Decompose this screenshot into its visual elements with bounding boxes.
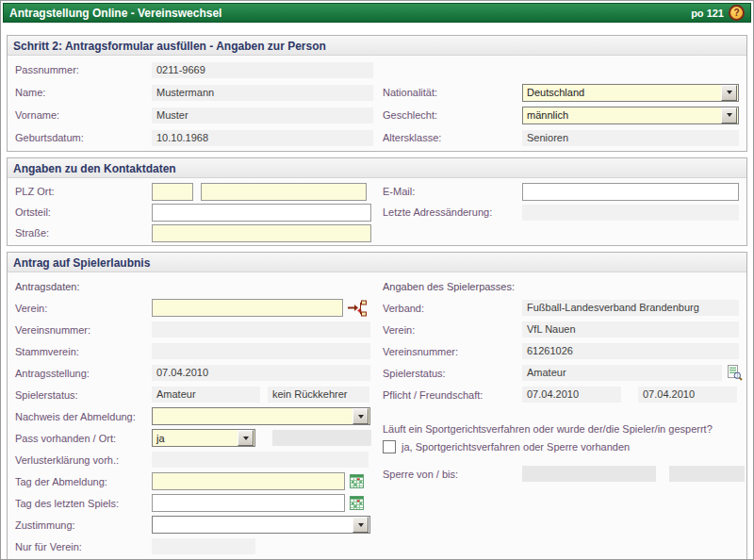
field-stammverein: Stammverein:: [9, 340, 377, 362]
spacer: [377, 405, 745, 422]
field-sperre: Sperre von / bis:: [377, 463, 745, 485]
field-email: E-Mail:: [377, 181, 745, 202]
person-left-column: Passnummer: 0211-9669 Name: Mustermann V…: [9, 58, 377, 149]
section-spielerlaubnis-title: Antrag auf Spielerlaubnis: [8, 253, 746, 272]
verband-label: Verband:: [377, 303, 522, 314]
field-passnummer: Passnummer: 0211-9669: [9, 58, 377, 81]
antragsdaten-label: Antragsdaten:: [9, 281, 80, 292]
field-nationalitaet: Nationalität: Deutschland: [377, 81, 745, 104]
dropdown-arrow-icon[interactable]: [352, 408, 369, 424]
tag-abmeldung-input[interactable]: [152, 472, 345, 490]
vorname-label: Vorname:: [9, 109, 152, 121]
pass-spielerstatus-label: Spielerstatus:: [377, 368, 522, 379]
calendar-icon[interactable]: [350, 474, 364, 488]
section-spielerlaubnis: Antrag auf Spielerlaubnis Antragsdaten: …: [7, 252, 747, 560]
spielerpass-heading: Angaben des Spielerpasses:: [377, 275, 745, 297]
status-details-icon[interactable]: [727, 365, 743, 381]
kontakt-left-column: PLZ Ort: Ortsteil: Straße:: [9, 181, 377, 243]
field-verein: Verein:: [9, 297, 377, 319]
titlebar-right: po 121 ?: [691, 5, 745, 21]
antragsstellung-value: 07.04.2010: [152, 365, 370, 381]
pflicht-value: 07.04.2010: [522, 387, 621, 403]
ort-input[interactable]: [201, 183, 367, 201]
section-person-title: Schritt 2: Antragsformular ausfüllen - A…: [8, 36, 746, 56]
name-label: Name:: [9, 87, 152, 98]
zustimmung-label: Zustimmung:: [9, 519, 152, 531]
nachweis-abmeldung-label: Nachweis der Abmeldung:: [9, 411, 152, 422]
field-ortsteil: Ortsteil:: [9, 202, 377, 222]
field-strasse: Straße:: [9, 222, 377, 243]
pass-verein-value: VfL Nauen: [522, 321, 739, 338]
field-nur-fuer-verein: Nur für Verein:: [9, 535, 377, 557]
tag-letztes-spiel-input[interactable]: [152, 494, 345, 512]
dropdown-arrow-icon[interactable]: [352, 517, 369, 533]
email-input[interactable]: [522, 183, 739, 201]
sperre-von-value: [522, 466, 656, 482]
sportgericht-question: Läuft ein Sportgerichtsverfahren oder wu…: [377, 422, 733, 436]
zustimmung-select[interactable]: [152, 516, 370, 534]
ortsteil-input[interactable]: [152, 204, 371, 222]
nur-fuer-verein-label: Nur für Verein:: [9, 541, 152, 552]
strasse-input[interactable]: [152, 224, 371, 242]
dropdown-arrow-icon[interactable]: [721, 107, 737, 124]
nationalitaet-select[interactable]: Deutschland: [522, 84, 739, 102]
rueckkehrer-value: kein Rückkehrer: [268, 387, 369, 403]
pass-spielerstatus-value: Amateur: [522, 365, 722, 381]
name-value: Mustermann: [152, 85, 373, 101]
person-right-column: Nationalität: Deutschland Geschlecht: mä…: [377, 58, 745, 149]
app-header: Antragstellung Online - Vereinswechsel p…: [3, 3, 751, 23]
field-antragsstellung: Antragsstellung: 07.04.2010: [9, 362, 377, 384]
field-plz-ort: PLZ Ort:: [9, 181, 377, 202]
antrag-right-column: Angaben des Spielerpasses: Verband: Fußb…: [377, 275, 745, 557]
field-vorname: Vorname: Muster: [9, 104, 377, 126]
field-pass-vorhanden: Pass vorhanden / Ort: ja: [9, 427, 377, 449]
geschlecht-label: Geschlecht:: [377, 109, 522, 121]
pass-vorhanden-label: Pass vorhanden / Ort:: [9, 433, 152, 444]
field-tag-letztes-spiel: Tag des letzten Spiels:: [9, 492, 377, 514]
help-icon[interactable]: ?: [729, 5, 745, 21]
club-picker-icon[interactable]: [348, 300, 367, 317]
stammverein-value: [152, 343, 370, 359]
sperre-bis-value: [669, 466, 745, 482]
plz-input[interactable]: [152, 183, 193, 201]
field-vereinsnummer: Vereinsnummer:: [9, 319, 377, 340]
sportgericht-checkbox[interactable]: [383, 440, 396, 453]
ortsteil-label: Ortsteil:: [9, 206, 152, 218]
pass-ort-value: [272, 430, 371, 446]
passnummer-value: 0211-9669: [152, 62, 373, 78]
pass-vereinsnummer-value: 61261026: [522, 343, 739, 359]
pflicht-freundschaft-label: Pflicht / Freundschaft:: [377, 389, 522, 401]
spielerstatus-label: Spielerstatus:: [9, 389, 152, 401]
field-altersklasse: Altersklasse: Senioren: [377, 126, 745, 149]
antrag-left-column: Antragsdaten: Verein: Vereins: [9, 275, 377, 557]
email-label: E-Mail:: [377, 186, 522, 197]
altersklasse-label: Altersklasse:: [377, 132, 522, 143]
pass-verein-label: Verein:: [377, 324, 522, 336]
sportgericht-checkbox-row: ja, Sportgerichtsverfahren oder Sperre v…: [377, 436, 745, 457]
field-verband: Verband: Fußball-Landesverband Brandenbu…: [377, 297, 745, 319]
verlusterklaerung-value: [152, 452, 369, 468]
calendar-icon[interactable]: [350, 496, 364, 510]
verein-input[interactable]: [152, 299, 343, 317]
geschlecht-select[interactable]: männlich: [522, 107, 739, 124]
altersklasse-value: Senioren: [522, 130, 739, 146]
passnummer-label: Passnummer:: [9, 64, 152, 75]
vorname-value: Muster: [152, 107, 373, 124]
section-person: Schritt 2: Antragsformular ausfüllen - A…: [7, 35, 747, 152]
nachweis-abmeldung-select[interactable]: [152, 407, 370, 425]
dropdown-arrow-icon[interactable]: [238, 430, 254, 446]
nationalitaet-label: Nationalität:: [377, 87, 522, 98]
field-tag-abmeldung: Tag der Abmeldung:: [9, 470, 377, 492]
field-letzte-adressaenderung: Letzte Adressänderung:: [377, 202, 745, 222]
pass-vorhanden-select[interactable]: ja: [152, 429, 255, 447]
field-geburtsdatum: Geburtsdatum: 10.10.1968: [9, 126, 377, 149]
field-name: Name: Mustermann: [9, 81, 377, 104]
dropdown-arrow-icon[interactable]: [721, 85, 737, 101]
spielerstatus-value: Amateur: [152, 387, 260, 403]
nationalitaet-selected-value: Deutschland: [523, 87, 721, 98]
verlusterklaerung-label: Verlusterklärung vorh.:: [9, 454, 152, 466]
spielerpass-heading-label: Angaben des Spielerpasses:: [377, 281, 515, 292]
antragsstellung-label: Antragsstellung:: [9, 368, 152, 379]
field-spielerstatus-antrag: Spielerstatus: Amateur kein Rückkehrer: [9, 384, 377, 405]
spacer-row: [377, 58, 745, 81]
